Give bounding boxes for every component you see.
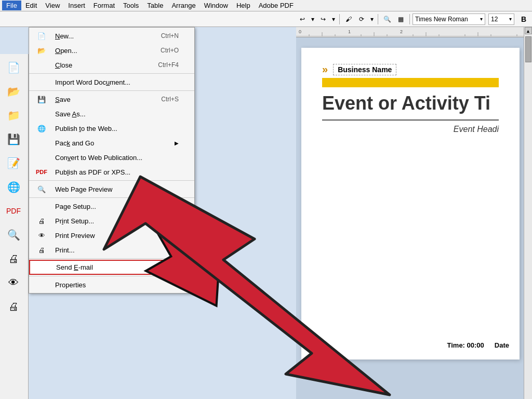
sep-after-email bbox=[29, 276, 194, 276]
business-header: » Business Name bbox=[322, 63, 499, 75]
pack-go-arrow: ▶ bbox=[175, 140, 179, 146]
toolbar-sep-3 bbox=[409, 14, 410, 24]
sep-after-print bbox=[29, 258, 194, 259]
menu-item-web-preview[interactable]: 🔍 Web Page Preview bbox=[29, 182, 194, 196]
font-size-arrow: ▾ bbox=[509, 16, 512, 22]
print-label: Print... bbox=[55, 246, 75, 254]
menu-file[interactable]: File bbox=[2, 1, 21, 10]
menu-edit[interactable]: Edit bbox=[21, 1, 41, 10]
convert-web-icon bbox=[33, 151, 50, 164]
saveas-icon bbox=[33, 108, 50, 120]
app-container: File Edit View Insert Format Tools Table… bbox=[0, 0, 532, 399]
pack-go-icon bbox=[33, 137, 50, 149]
close-label: Close bbox=[55, 61, 72, 69]
main-body: 📄 📂 📁 💾 📝 🌐 PDF 🔍 🖨 👁 🖨 📄 New... Ctrl+N bbox=[0, 27, 532, 399]
sidebar-printsetup-icon[interactable]: 🖨 bbox=[2, 247, 25, 270]
print-icon: 🖨 bbox=[33, 244, 50, 256]
menu-item-print-setup[interactable]: 🖨 Print Setup... bbox=[29, 214, 194, 228]
sidebar-print-icon[interactable]: 🖨 bbox=[2, 295, 25, 318]
save-shortcut: Ctrl+S bbox=[140, 96, 179, 103]
sidebar-web-icon[interactable]: 🌐 bbox=[2, 176, 25, 198]
properties-label: Properties bbox=[55, 281, 86, 289]
scroll-thumb[interactable] bbox=[525, 36, 531, 62]
save-icon: 💾 bbox=[33, 93, 50, 105]
print-setup-icon: 🖨 bbox=[33, 215, 50, 227]
menu-item-new[interactable]: 📄 New... Ctrl+N bbox=[29, 29, 194, 43]
doc-time: Time: 00:00 bbox=[447, 341, 484, 349]
menu-item-properties[interactable]: Properties bbox=[29, 277, 194, 292]
toolbar: ↩ ▾ ↪ ▾ 🖌 ⟳ ▾ 🔍 ▦ Times New Roman ▾ 12 ▾… bbox=[0, 11, 532, 27]
scroll-up-btn[interactable]: ▲ bbox=[525, 27, 532, 34]
menubar: File Edit View Insert Format Tools Table… bbox=[0, 0, 532, 11]
sep-after-close bbox=[29, 73, 194, 74]
sidebar-new-icon[interactable]: 📄 bbox=[2, 56, 25, 79]
copy-format-btn[interactable]: 🖌 bbox=[342, 13, 355, 25]
menu-item-close[interactable]: Close Ctrl+F4 bbox=[29, 58, 194, 72]
font-size-value: 12 bbox=[491, 16, 498, 23]
new-label: New... bbox=[55, 32, 74, 40]
menu-format[interactable]: Format bbox=[89, 1, 119, 10]
svg-text:0: 0 bbox=[299, 29, 301, 34]
doc-bottom-row: Time: 00:00 Date bbox=[447, 341, 509, 349]
sidebar-preview-icon[interactable]: 🔍 bbox=[2, 223, 25, 246]
menu-item-save[interactable]: 💾 Save Ctrl+S bbox=[29, 92, 194, 107]
menu-arrange[interactable]: Arrange bbox=[167, 1, 200, 10]
web-preview-icon: 🔍 bbox=[33, 183, 50, 195]
open-shortcut: Ctrl+O bbox=[140, 47, 179, 54]
columns-btn[interactable]: ▦ bbox=[394, 13, 407, 25]
convert-web-label: Convert to Web Publication... bbox=[55, 154, 142, 162]
font-size-dropdown[interactable]: 12 ▾ bbox=[488, 14, 514, 25]
sep-after-pdf bbox=[29, 180, 194, 181]
menu-item-import[interactable]: Import Word Document... bbox=[29, 75, 194, 89]
ruler: 0 1 2 bbox=[296, 27, 524, 37]
undo-dropdown-btn[interactable]: ▾ bbox=[310, 13, 316, 25]
menu-item-send-email[interactable]: Send E-mail bbox=[29, 260, 194, 275]
open-label: Open... bbox=[55, 47, 77, 55]
publish-web-icon: 🌐 bbox=[33, 122, 50, 135]
menu-item-publish-web[interactable]: 🌐 Publish to the Web... bbox=[29, 121, 194, 136]
menu-item-print[interactable]: 🖨 Print... bbox=[29, 243, 194, 257]
menu-item-convert-web[interactable]: Convert to Web Publication... bbox=[29, 150, 194, 165]
menu-view[interactable]: View bbox=[41, 1, 64, 10]
menu-adobepdf[interactable]: Adobe PDF bbox=[255, 1, 298, 10]
close-shortcut: Ctrl+F4 bbox=[137, 61, 179, 69]
bold-btn[interactable]: B bbox=[517, 13, 530, 25]
menu-tools[interactable]: Tools bbox=[119, 1, 143, 10]
menu-and-toolbar: File Edit View Insert Format Tools Table… bbox=[0, 0, 532, 27]
menu-item-pack-go[interactable]: Pack and Go ▶ bbox=[29, 136, 194, 150]
menu-help[interactable]: Help bbox=[232, 1, 255, 10]
toolbar-sep-2 bbox=[378, 14, 378, 24]
pack-go-label: Pack and Go bbox=[55, 139, 94, 147]
menu-item-publish-pdf[interactable]: PDF Publish as PDF or XPS... bbox=[29, 165, 194, 179]
undo-btn[interactable]: ↩ bbox=[296, 13, 309, 25]
send-email-label: Send E-mail bbox=[56, 263, 93, 271]
sidebar-saveas-icon[interactable]: 📝 bbox=[2, 152, 25, 175]
sidebar-save-icon[interactable]: 💾 bbox=[2, 128, 25, 151]
redo-btn[interactable]: ↪ bbox=[317, 13, 329, 25]
sidebar-open-icon[interactable]: 📂 bbox=[2, 80, 25, 103]
sidebar-folder-icon[interactable]: 📁 bbox=[2, 104, 25, 127]
properties-icon bbox=[33, 278, 50, 291]
file-menu-panel: 📄 New... Ctrl+N 📂 Open... Ctrl+O Close C… bbox=[29, 27, 195, 294]
redo-dropdown-btn[interactable]: ▾ bbox=[330, 13, 337, 25]
menu-item-page-setup[interactable]: Page Setup... bbox=[29, 199, 194, 214]
close-icon bbox=[33, 59, 50, 71]
left-sidebar: 📄 📂 📁 💾 📝 🌐 PDF 🔍 🖨 👁 🖨 bbox=[0, 54, 29, 399]
menu-item-saveas[interactable]: Save As... bbox=[29, 107, 194, 121]
menu-item-print-preview[interactable]: 👁 Print Preview bbox=[29, 228, 194, 243]
sidebar-pdf-icon[interactable]: PDF bbox=[2, 200, 25, 222]
menu-window[interactable]: Window bbox=[200, 1, 232, 10]
menu-table[interactable]: Table bbox=[143, 1, 167, 10]
print-preview-label: Print Preview bbox=[55, 232, 95, 240]
doc-event-heading: Event Headi bbox=[322, 125, 499, 134]
zoom-btn[interactable]: 🔍 bbox=[381, 13, 393, 25]
refresh-dropdown-btn[interactable]: ▾ bbox=[369, 13, 375, 25]
sidebar-printpreview-icon[interactable]: 👁 bbox=[2, 271, 25, 294]
font-name-dropdown[interactable]: Times New Roman ▾ bbox=[413, 14, 485, 25]
refresh-btn[interactable]: ⟳ bbox=[356, 13, 368, 25]
menu-item-open[interactable]: 📂 Open... Ctrl+O bbox=[29, 43, 194, 58]
svg-text:1: 1 bbox=[348, 29, 351, 34]
v-scrollbar[interactable]: ▲ bbox=[524, 27, 532, 399]
saveas-label: Save As... bbox=[55, 110, 86, 118]
menu-insert[interactable]: Insert bbox=[64, 1, 89, 10]
